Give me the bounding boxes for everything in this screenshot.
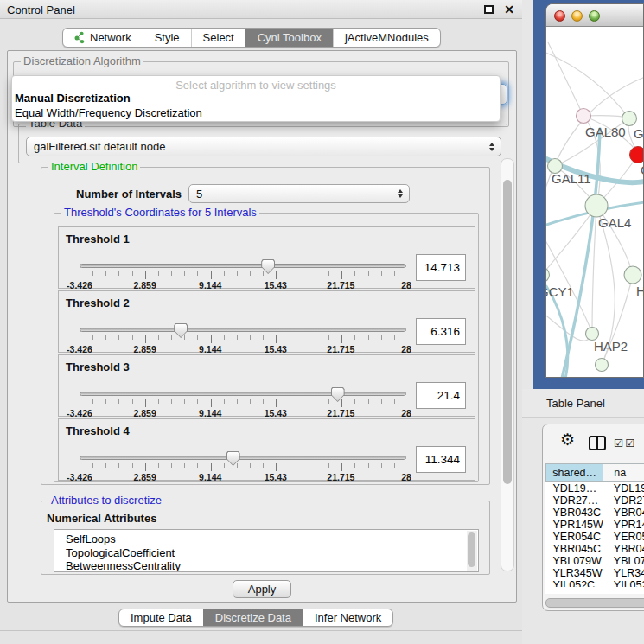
- stepper-arrows-icon: [398, 189, 403, 198]
- list-item[interactable]: SelfLoops: [66, 532, 478, 546]
- threshold-1-value-field[interactable]: [416, 254, 466, 281]
- split-columns-icon[interactable]: [589, 436, 606, 450]
- stepper-arrows-icon: [489, 143, 494, 151]
- interval-definition-group: Interval Definition Number of Intervals …: [41, 167, 490, 485]
- algorithm-popup-hint: Select algorithm to view settings: [12, 76, 500, 92]
- scrollbar-thumb[interactable]: [545, 598, 644, 608]
- float-window-icon[interactable]: [484, 5, 494, 14]
- svg-text:GAL11: GAL11: [552, 171, 591, 186]
- svg-text:H: H: [636, 284, 644, 298]
- threshold-1-slider[interactable]: -3.426 2.859 9.144 15.43 21.715 28: [80, 260, 406, 288]
- table-data-select[interactable]: galFiltered.sif default node: [26, 137, 501, 156]
- slider-scale: -3.426 2.859 9.144 15.43 21.715 28: [80, 408, 406, 418]
- slider-track[interactable]: [80, 328, 406, 332]
- slider-track[interactable]: [80, 456, 406, 460]
- control-panel-titlebar: Control Panel ✕: [0, 0, 522, 19]
- control-panel-window: Control Panel ✕ Network Style Select Cyn…: [0, 0, 522, 644]
- number-of-intervals-value: 5: [196, 188, 202, 201]
- close-traffic-light-icon[interactable]: [554, 10, 565, 22]
- svg-text:GA: GA: [634, 126, 644, 141]
- slider-track[interactable]: [80, 392, 406, 396]
- panel-vertical-scrollbar[interactable]: [501, 158, 514, 571]
- slider-ticks: [80, 399, 407, 407]
- threshold-2-slider[interactable]: -3.426 2.859 9.144 15.43 21.715 28: [80, 324, 406, 352]
- slider-ticks: [80, 271, 407, 279]
- table-data-group: Table Data galFiltered.sif default node: [18, 124, 507, 163]
- numerical-attributes-label: Numerical Attributes: [47, 512, 156, 525]
- tab-impute-data[interactable]: Impute Data: [119, 609, 203, 626]
- threshold-3-panel: Threshold 3 -3.426 2.859 9.144 15.43 21.…: [58, 354, 475, 417]
- table-panel-title: Table Panel: [546, 397, 605, 410]
- tab-select[interactable]: Select: [191, 29, 245, 47]
- table-row[interactable]: YER054CYER054C: [546, 531, 644, 543]
- network-node[interactable]: [624, 266, 641, 284]
- svg-text:GCY1: GCY1: [546, 284, 574, 299]
- threshold-4-slider[interactable]: -3.426 2.859 9.144 15.43 21.715 28: [80, 452, 406, 480]
- network-node[interactable]: [577, 109, 591, 124]
- table-row[interactable]: YBR045CYBR045C: [546, 543, 644, 555]
- svg-text:GAL80: GAL80: [585, 124, 626, 139]
- network-view-window: GAL80 GA C GAL11 GAL4 GCY1 H HAP2: [545, 3, 644, 378]
- column-header-shared-name[interactable]: shared…: [546, 464, 603, 482]
- table-row[interactable]: YLR345WYLR345W: [546, 567, 644, 579]
- network-node[interactable]: [622, 112, 637, 126]
- table-header-row: shared… na: [546, 464, 644, 482]
- close-icon[interactable]: ✕: [504, 3, 514, 16]
- number-of-intervals-label: Number of Intervals: [76, 188, 182, 201]
- table-data-selected-value: galFiltered.sif default node: [34, 140, 165, 153]
- table-row[interactable]: YDR27…YDR27…: [546, 494, 644, 507]
- network-node[interactable]: [585, 194, 608, 217]
- algorithm-option-equal-width[interactable]: Equal Width/Frequency Discretization: [12, 106, 500, 121]
- number-of-intervals-select[interactable]: 5: [188, 184, 410, 203]
- table-row[interactable]: YBR043CYBR043C: [546, 507, 644, 519]
- slider-ticks: [80, 463, 407, 471]
- node-table-body: YDL19…YDL19…YDR27…YDR27…YBR043CYBR043CYP…: [546, 482, 644, 588]
- tab-discretize-data[interactable]: Discretize Data: [203, 609, 303, 626]
- minimize-traffic-light-icon[interactable]: [571, 10, 583, 22]
- list-item[interactable]: BetweennessCentrality: [66, 559, 478, 572]
- threshold-2-value-field[interactable]: [416, 318, 466, 345]
- tab-style[interactable]: Style: [143, 29, 191, 47]
- network-node[interactable]: [546, 268, 550, 283]
- numerical-attributes-list: SelfLoops TopologicalCoefficient Between…: [54, 529, 479, 572]
- thresholds-group: Threshold's Coordinates for 5 Intervals …: [54, 213, 479, 482]
- tab-infer-network[interactable]: Infer Network: [303, 609, 392, 626]
- svg-text:C: C: [641, 163, 644, 177]
- network-icon: [74, 31, 86, 44]
- apply-button[interactable]: Apply: [233, 580, 291, 598]
- select-columns-icon[interactable]: ☑☑: [614, 437, 636, 450]
- tab-jactivemnodules[interactable]: jActiveMNodules: [333, 29, 440, 47]
- cyni-toolbox-panel: Discretization Algorithm Select algorith…: [7, 50, 517, 603]
- threshold-4-value-field[interactable]: [416, 446, 466, 473]
- algorithm-dropdown-popup: Select algorithm to view settings Manual…: [11, 75, 501, 122]
- table-row[interactable]: YBL079WYBL079W: [546, 555, 644, 567]
- list-scrollbar[interactable]: [467, 531, 477, 571]
- threshold-3-value-field[interactable]: [416, 382, 466, 409]
- threshold-4-panel: Threshold 4 -3.426 2.859 9.144 15.43 21.…: [58, 418, 475, 481]
- network-canvas[interactable]: GAL80 GA C GAL11 GAL4 GCY1 H HAP2: [546, 27, 644, 378]
- threshold-3-slider[interactable]: -3.426 2.859 9.144 15.43 21.715 28: [80, 388, 406, 416]
- slider-ticks: [80, 335, 407, 343]
- zoom-traffic-light-icon[interactable]: [589, 10, 600, 22]
- table-row[interactable]: YIL052CYIL052C: [546, 579, 644, 587]
- tab-network[interactable]: Network: [63, 29, 143, 47]
- svg-text:HAP2: HAP2: [594, 339, 628, 354]
- app-root: Control Panel ✕ Network Style Select Cyn…: [0, 0, 644, 644]
- scrollbar-thumb[interactable]: [503, 180, 512, 484]
- node-table: shared… na YDL19…YDL19…YDR27…YDR27…YBR04…: [545, 463, 644, 587]
- threshold-2-panel: Threshold 2 -3.426 2.859 9.144 15.43 21.…: [58, 290, 475, 353]
- algorithm-option-manual[interactable]: Manual Discretization: [12, 92, 500, 106]
- gear-icon[interactable]: ⚙: [560, 430, 575, 450]
- slider-scale: -3.426 2.859 9.144 15.43 21.715 28: [80, 280, 406, 290]
- table-row[interactable]: YPR145WYPR145W: [546, 519, 644, 531]
- control-panel-title: Control Panel: [7, 3, 75, 16]
- column-header-name[interactable]: na: [603, 464, 644, 482]
- tab-cyni-toolbox[interactable]: Cyni Toolbox: [245, 29, 333, 47]
- table-row[interactable]: YDL19…YDL19…: [546, 482, 644, 495]
- slider-track[interactable]: [80, 264, 406, 268]
- network-node-selected[interactable]: [630, 147, 644, 163]
- list-item[interactable]: TopologicalCoefficient: [66, 546, 478, 560]
- slider-scale: -3.426 2.859 9.144 15.43 21.715 28: [80, 472, 406, 482]
- network-node[interactable]: [596, 359, 609, 372]
- table-horizontal-scrollbar[interactable]: [545, 598, 644, 609]
